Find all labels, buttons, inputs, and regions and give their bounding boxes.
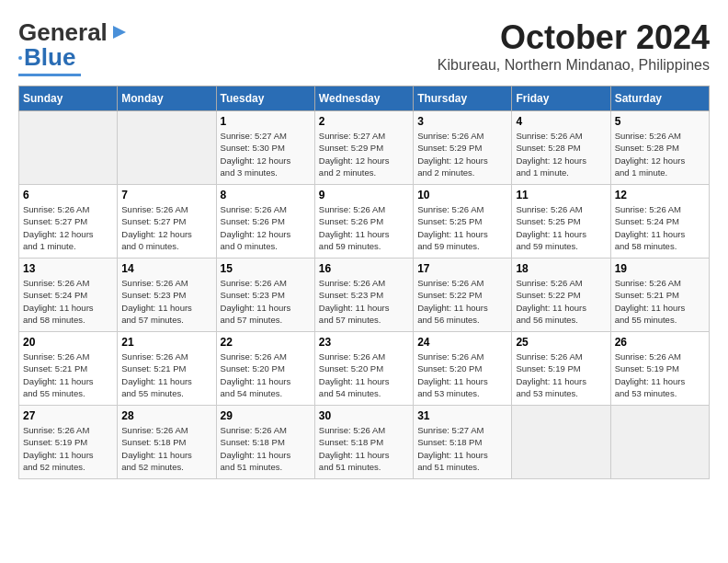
- calendar-cell-w5-d4: 30Sunrise: 5:26 AM Sunset: 5:18 PM Dayli…: [314, 406, 413, 479]
- day-number: 3: [417, 115, 507, 128]
- day-info: Sunrise: 5:26 AM Sunset: 5:20 PM Dayligh…: [221, 350, 311, 399]
- day-info: Sunrise: 5:27 AM Sunset: 5:18 PM Dayligh…: [417, 424, 507, 473]
- calendar-cell-w2-d6: 11Sunrise: 5:26 AM Sunset: 5:25 PM Dayli…: [512, 185, 610, 259]
- day-number: 6: [23, 189, 113, 201]
- day-number: 4: [516, 115, 606, 128]
- day-number: 16: [319, 262, 409, 275]
- day-info: Sunrise: 5:26 AM Sunset: 5:25 PM Dayligh…: [417, 203, 507, 252]
- day-number: 20: [23, 336, 113, 349]
- calendar-cell-w5-d5: 31Sunrise: 5:27 AM Sunset: 5:18 PM Dayli…: [414, 406, 512, 479]
- logo-arrow-icon: [109, 22, 130, 42]
- day-number: 24: [417, 336, 507, 349]
- calendar-header-row: Sunday Monday Tuesday Wednesday Thursday…: [19, 86, 710, 111]
- calendar-week-3: 13Sunrise: 5:26 AM Sunset: 5:24 PM Dayli…: [19, 259, 710, 332]
- calendar-cell-w3-d5: 17Sunrise: 5:26 AM Sunset: 5:22 PM Dayli…: [414, 259, 512, 332]
- calendar-cell-w4-d6: 25Sunrise: 5:26 AM Sunset: 5:19 PM Dayli…: [512, 332, 610, 406]
- calendar-cell-w4-d7: 26Sunrise: 5:26 AM Sunset: 5:19 PM Dayli…: [610, 332, 709, 406]
- day-info: Sunrise: 5:26 AM Sunset: 5:26 PM Dayligh…: [319, 203, 409, 252]
- day-info: Sunrise: 5:26 AM Sunset: 5:22 PM Dayligh…: [516, 277, 606, 326]
- day-info: Sunrise: 5:26 AM Sunset: 5:23 PM Dayligh…: [121, 277, 211, 326]
- calendar-cell-w2-d5: 10Sunrise: 5:26 AM Sunset: 5:25 PM Dayli…: [414, 185, 512, 259]
- day-info: Sunrise: 5:26 AM Sunset: 5:21 PM Dayligh…: [23, 350, 113, 399]
- header-sunday: Sunday: [19, 86, 118, 111]
- calendar-week-4: 20Sunrise: 5:26 AM Sunset: 5:21 PM Dayli…: [19, 332, 710, 406]
- calendar-cell-w3-d4: 16Sunrise: 5:26 AM Sunset: 5:23 PM Dayli…: [314, 259, 413, 332]
- logo-dot: [18, 56, 22, 60]
- calendar-cell-w4-d3: 22Sunrise: 5:26 AM Sunset: 5:20 PM Dayli…: [216, 332, 314, 406]
- header-saturday: Saturday: [610, 86, 709, 111]
- location-title: Kibureau, Northern Mindanao, Philippines: [438, 57, 710, 74]
- day-number: 12: [615, 189, 705, 201]
- day-info: Sunrise: 5:26 AM Sunset: 5:25 PM Dayligh…: [516, 203, 606, 252]
- day-info: Sunrise: 5:26 AM Sunset: 5:24 PM Dayligh…: [23, 277, 113, 326]
- calendar-cell-w4-d5: 24Sunrise: 5:26 AM Sunset: 5:20 PM Dayli…: [414, 332, 512, 406]
- header-friday: Friday: [512, 86, 610, 111]
- logo-underline: [18, 74, 81, 76]
- calendar-cell-w1-d3: 1Sunrise: 5:27 AM Sunset: 5:30 PM Daylig…: [216, 111, 314, 185]
- calendar-cell-w1-d6: 4Sunrise: 5:26 AM Sunset: 5:28 PM Daylig…: [512, 111, 610, 185]
- day-number: 13: [23, 262, 113, 275]
- calendar-week-1: 1Sunrise: 5:27 AM Sunset: 5:30 PM Daylig…: [19, 111, 710, 185]
- calendar-table: Sunday Monday Tuesday Wednesday Thursday…: [18, 86, 710, 479]
- calendar-cell-w4-d1: 20Sunrise: 5:26 AM Sunset: 5:21 PM Dayli…: [19, 332, 118, 406]
- calendar-cell-w4-d4: 23Sunrise: 5:26 AM Sunset: 5:20 PM Dayli…: [314, 332, 413, 406]
- calendar-cell-w2-d1: 6Sunrise: 5:26 AM Sunset: 5:27 PM Daylig…: [19, 185, 118, 259]
- day-info: Sunrise: 5:26 AM Sunset: 5:28 PM Dayligh…: [516, 130, 606, 178]
- calendar-cell-w1-d2: [118, 111, 216, 185]
- day-info: Sunrise: 5:26 AM Sunset: 5:20 PM Dayligh…: [319, 350, 409, 399]
- day-number: 1: [221, 115, 311, 128]
- day-number: 2: [319, 115, 409, 128]
- day-info: Sunrise: 5:26 AM Sunset: 5:24 PM Dayligh…: [615, 203, 705, 252]
- day-number: 10: [417, 189, 507, 201]
- logo-blue: Blue: [24, 43, 75, 72]
- calendar-cell-w5-d3: 29Sunrise: 5:26 AM Sunset: 5:18 PM Dayli…: [216, 406, 314, 479]
- day-number: 27: [23, 409, 113, 422]
- day-number: 15: [221, 262, 311, 275]
- day-number: 18: [516, 262, 606, 275]
- day-info: Sunrise: 5:26 AM Sunset: 5:18 PM Dayligh…: [121, 424, 211, 473]
- day-number: 11: [516, 189, 606, 201]
- day-info: Sunrise: 5:26 AM Sunset: 5:21 PM Dayligh…: [121, 350, 211, 399]
- day-number: 19: [615, 262, 705, 275]
- day-number: 21: [121, 336, 211, 349]
- day-number: 26: [615, 336, 705, 349]
- calendar-cell-w1-d1: [19, 111, 118, 185]
- calendar-cell-w1-d4: 2Sunrise: 5:27 AM Sunset: 5:29 PM Daylig…: [314, 111, 413, 185]
- day-number: 28: [121, 409, 211, 422]
- day-info: Sunrise: 5:26 AM Sunset: 5:20 PM Dayligh…: [417, 350, 507, 399]
- calendar-cell-w2-d4: 9Sunrise: 5:26 AM Sunset: 5:26 PM Daylig…: [314, 185, 413, 259]
- page-header: General Blue October 2024 Kibureau, Nort…: [18, 18, 710, 76]
- calendar-cell-w2-d2: 7Sunrise: 5:26 AM Sunset: 5:27 PM Daylig…: [118, 185, 216, 259]
- calendar-cell-w3-d3: 15Sunrise: 5:26 AM Sunset: 5:23 PM Dayli…: [216, 259, 314, 332]
- day-info: Sunrise: 5:26 AM Sunset: 5:23 PM Dayligh…: [319, 277, 409, 326]
- day-info: Sunrise: 5:26 AM Sunset: 5:26 PM Dayligh…: [221, 203, 311, 252]
- day-number: 5: [615, 115, 705, 128]
- header-monday: Monday: [118, 86, 216, 111]
- day-number: 25: [516, 336, 606, 349]
- day-number: 31: [417, 409, 507, 422]
- calendar-cell-w3-d7: 19Sunrise: 5:26 AM Sunset: 5:21 PM Dayli…: [610, 259, 709, 332]
- day-number: 14: [121, 262, 211, 275]
- day-number: 7: [121, 189, 211, 201]
- day-info: Sunrise: 5:26 AM Sunset: 5:19 PM Dayligh…: [615, 350, 705, 399]
- calendar-cell-w5-d6: [512, 406, 610, 479]
- day-info: Sunrise: 5:26 AM Sunset: 5:29 PM Dayligh…: [417, 130, 507, 178]
- logo: General Blue: [18, 18, 130, 76]
- calendar-cell-w2-d7: 12Sunrise: 5:26 AM Sunset: 5:24 PM Dayli…: [610, 185, 709, 259]
- day-info: Sunrise: 5:27 AM Sunset: 5:29 PM Dayligh…: [319, 130, 409, 178]
- day-number: 8: [221, 189, 311, 201]
- calendar-cell-w3-d6: 18Sunrise: 5:26 AM Sunset: 5:22 PM Dayli…: [512, 259, 610, 332]
- title-section: October 2024 Kibureau, Northern Mindanao…: [438, 18, 710, 74]
- calendar-week-5: 27Sunrise: 5:26 AM Sunset: 5:19 PM Dayli…: [19, 406, 710, 479]
- calendar-cell-w3-d1: 13Sunrise: 5:26 AM Sunset: 5:24 PM Dayli…: [19, 259, 118, 332]
- day-info: Sunrise: 5:26 AM Sunset: 5:19 PM Dayligh…: [516, 350, 606, 399]
- day-number: 23: [319, 336, 409, 349]
- day-info: Sunrise: 5:26 AM Sunset: 5:21 PM Dayligh…: [615, 277, 705, 326]
- calendar-cell-w5-d2: 28Sunrise: 5:26 AM Sunset: 5:18 PM Dayli…: [118, 406, 216, 479]
- day-info: Sunrise: 5:26 AM Sunset: 5:27 PM Dayligh…: [23, 203, 113, 252]
- header-thursday: Thursday: [414, 86, 512, 111]
- header-wednesday: Wednesday: [314, 86, 413, 111]
- month-title: October 2024: [438, 18, 710, 57]
- day-info: Sunrise: 5:26 AM Sunset: 5:22 PM Dayligh…: [417, 277, 507, 326]
- calendar-cell-w1-d5: 3Sunrise: 5:26 AM Sunset: 5:29 PM Daylig…: [414, 111, 512, 185]
